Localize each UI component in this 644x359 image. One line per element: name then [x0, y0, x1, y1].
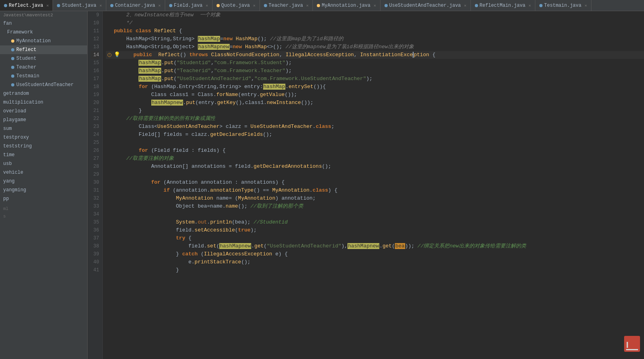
line-content: e.printStackTrace();	[114, 258, 250, 266]
tab-label: MyAnnotation.java	[322, 3, 370, 8]
tab-myannotation-java[interactable]: MyAnnotation.java ✕	[313, 0, 380, 11]
code-line-20: hashMapnew.put(entry.getKey(),class1.new…	[106, 99, 644, 107]
sidebar-label: s	[3, 214, 6, 219]
sidebar-item-usb[interactable]: usb	[0, 159, 87, 168]
tab-label: Reflect.java	[9, 3, 43, 8]
file-dot	[11, 66, 14, 69]
line-content: HashMap<String,Object> hashMapnew=new Ha…	[114, 43, 414, 51]
code-line-15: hashMap.put("Studentid","com.Framework.S…	[106, 59, 644, 67]
sidebar-item-reflect[interactable]: Reflect	[0, 45, 87, 54]
sidebar-label: getrandom	[3, 91, 29, 96]
line-content: if (annotation.annotationType() == MyAnn…	[114, 186, 338, 194]
sidebar-item-vehicle[interactable]: vehicle	[0, 168, 87, 177]
sidebar-item-overload[interactable]: overload	[0, 107, 87, 116]
sidebar-item-student[interactable]: Student	[0, 54, 87, 63]
tab-testmain-java[interactable]: Testmain.java ✕	[535, 0, 591, 11]
bulb-icon: 💡	[114, 51, 120, 59]
sidebar-item-usestudentandteacher[interactable]: UseStudentAndTeacher	[0, 80, 87, 89]
svg-rect-2	[626, 349, 638, 350]
code-lines: 2、newInstance相当于new 一个对象 */ public class…	[103, 11, 644, 359]
sidebar-label: pp	[3, 196, 9, 202]
code-line-28: Annotation[] annotations = field.getDecl…	[106, 163, 644, 171]
file-dot	[11, 57, 14, 60]
sidebar-item-multiplication[interactable]: multiplication	[0, 98, 87, 107]
tab-teacher-java[interactable]: Teacher.java ✕	[260, 0, 313, 11]
sidebar-item-teacher[interactable]: Teacher	[0, 63, 87, 72]
file-dot	[11, 48, 14, 51]
line-marker	[106, 131, 114, 139]
sidebar-item-time[interactable]: time	[0, 151, 87, 159]
sidebar-item-framework[interactable]: Framework	[0, 28, 87, 37]
tab-close[interactable]: ✕	[100, 3, 102, 8]
line-content: try {	[114, 234, 191, 242]
line-marker	[106, 83, 114, 91]
code-line-39: } catch (IllegalAccessException e) {	[106, 250, 644, 258]
sidebar-item-teststring[interactable]: teststring	[0, 142, 87, 151]
tab-close[interactable]: ✕	[158, 3, 161, 8]
line-num-32: 32	[91, 194, 99, 202]
sidebar-item-testmain[interactable]: Testmain	[0, 72, 87, 80]
line-marker	[106, 107, 114, 115]
sidebar-item-testproxy[interactable]: testproxy	[0, 133, 87, 142]
line-num-27: 27	[91, 155, 99, 163]
line-num-39: 39	[91, 250, 99, 258]
sidebar-label: sum	[3, 126, 12, 131]
tab-reflect-java[interactable]: Reflect.java ✕	[0, 0, 53, 11]
line-marker	[106, 11, 114, 19]
sidebar-item-ml[interactable]: ml	[0, 203, 87, 212]
sidebar-label: time	[3, 152, 15, 158]
tab-close[interactable]: ✕	[306, 3, 308, 8]
line-marker	[106, 202, 114, 210]
line-num-38: 38	[91, 242, 99, 250]
line-num-41: 41	[91, 266, 99, 274]
tab-close[interactable]: ✕	[529, 3, 531, 8]
sidebar-label: multiplication	[3, 100, 43, 105]
line-content: */	[114, 19, 133, 27]
tab-close[interactable]: ✕	[46, 3, 49, 8]
code-line-12: HashMap<String,String> hashMap=new HashM…	[106, 35, 644, 43]
tab-usestudentandteacher-java[interactable]: UseStudentAndTeacher.java ✕	[381, 0, 471, 11]
line-marker	[106, 171, 114, 179]
line-num-37: 37	[91, 234, 99, 242]
sidebar-item-getrandom[interactable]: getrandom	[0, 89, 87, 98]
line-marker	[106, 179, 114, 186]
line-num-34: 34	[91, 210, 99, 218]
tab-close[interactable]: ✕	[464, 3, 466, 8]
sidebar-item-fan[interactable]: fan	[0, 19, 87, 28]
sidebar-item-yang[interactable]: yang	[0, 177, 87, 186]
tab-container-java[interactable]: Container.java ✕	[106, 0, 165, 11]
tab-close[interactable]: ✕	[253, 3, 256, 8]
code-editor[interactable]: 9 10 11 12 13 14 15 16 17 18 19 20 21 22…	[88, 11, 644, 359]
sidebar-item-s[interactable]: s	[0, 212, 87, 221]
tab-close[interactable]: ✕	[585, 3, 587, 8]
code-line-21: }	[106, 107, 644, 115]
sidebar-label: overload	[3, 108, 26, 114]
line-marker	[106, 210, 114, 218]
tab-close[interactable]: ✕	[206, 3, 208, 8]
tab-close[interactable]: ✕	[374, 3, 376, 8]
sidebar-item-myannotation[interactable]: MyAnnotation	[0, 37, 87, 45]
line-content: 2、newInstance相当于new 一个对象	[114, 11, 221, 19]
line-num-15: 15	[91, 59, 99, 67]
line-marker	[106, 266, 114, 274]
sidebar-label: teststring	[3, 143, 32, 149]
tab-quote-java[interactable]: Quote.java ✕	[213, 0, 260, 11]
sidebar-item-playgame[interactable]: playgame	[0, 116, 87, 124]
sidebar-item-sum[interactable]: sum	[0, 124, 87, 133]
sidebar-item-yangming[interactable]: yangming	[0, 186, 87, 194]
sidebar-label: usb	[3, 161, 12, 167]
sidebar-label: vehicle	[3, 170, 23, 175]
sidebar-label: Teacher	[16, 65, 36, 70]
code-line-23: Class<UseStudentAndTeacher> clazz = UseS…	[106, 123, 644, 131]
sidebar-item-pp[interactable]: pp	[0, 194, 87, 203]
sidebar-label: UseStudentAndTeacher	[16, 82, 74, 88]
sidebar-label: testproxy	[3, 135, 29, 140]
line-content	[114, 139, 117, 147]
tab-student-java[interactable]: Student.java ✕	[53, 0, 106, 11]
sidebar-label: fan	[3, 21, 12, 26]
line-content: HashMap<String,String> hashMap=new HashM…	[114, 35, 343, 43]
tab-field-java[interactable]: Field.java ✕	[165, 0, 213, 11]
code-line-24: Field[] fields = clazz.getDeclaredFields…	[106, 131, 644, 139]
tab-reflectmain-java[interactable]: ReflectMain.java ✕	[471, 0, 535, 11]
line-content: }	[114, 266, 179, 274]
